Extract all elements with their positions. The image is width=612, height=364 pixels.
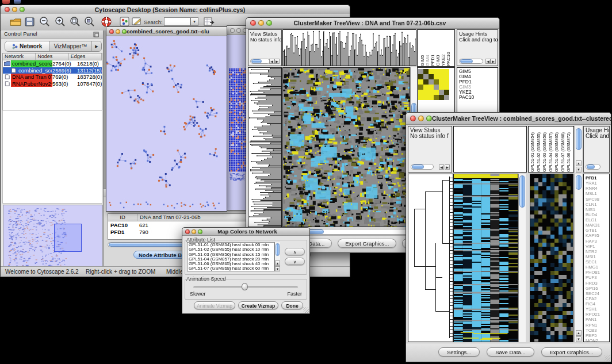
tv2-heatmap-vscrollbar[interactable] bbox=[518, 174, 526, 342]
scroll-right-arrow[interactable]: ▶ bbox=[445, 164, 450, 170]
create-vizmap-button[interactable]: Create Vizmap bbox=[238, 301, 278, 309]
scroll-thumb[interactable] bbox=[576, 128, 582, 150]
network-table-row[interactable]: combined_sco 2569(6) 13112(15) bbox=[3, 67, 102, 74]
network-table-row[interactable]: combined_scores_ 2764(0) 16218(0) bbox=[3, 60, 102, 67]
gene-label[interactable]: HAP3 bbox=[586, 239, 609, 244]
gene-label[interactable]: YSH1 bbox=[586, 306, 609, 312]
scroll-thumb[interactable] bbox=[519, 175, 525, 208]
resize-grip[interactable] bbox=[605, 355, 610, 361]
scroll-left-arrow[interactable]: ◀ bbox=[439, 164, 444, 170]
scroll-down-arrow[interactable]: ▼ bbox=[275, 266, 280, 271]
gene-label[interactable]: FIG4 bbox=[586, 301, 609, 306]
tab-vizmapper[interactable]: VizMapper™ bbox=[49, 41, 92, 51]
gene-label[interactable]: PFD1 bbox=[586, 175, 609, 181]
scroll-right-arrow[interactable]: ▶ bbox=[274, 59, 280, 64]
minimize-button[interactable] bbox=[12, 7, 17, 12]
column-label[interactable]: GPL51-08 (GSM872) bbox=[566, 127, 572, 172]
search-dropdown-button[interactable]: ▾ bbox=[190, 17, 198, 26]
zoom-window-button[interactable] bbox=[266, 20, 272, 26]
done-button[interactable]: Done bbox=[281, 301, 303, 309]
animate-vizmap-button[interactable]: Animate Vizmap bbox=[194, 301, 235, 309]
treeview-button[interactable]: Settings... bbox=[438, 347, 480, 357]
column-label[interactable]: YKE2 bbox=[441, 30, 446, 66]
gene-label[interactable]: MAK31 bbox=[586, 223, 609, 228]
zoom-window-button[interactable] bbox=[198, 229, 202, 234]
close-button[interactable] bbox=[109, 29, 114, 34]
gene-label[interactable]: GTB1 bbox=[586, 228, 609, 233]
close-button[interactable] bbox=[185, 229, 190, 234]
scroll-thumb[interactable] bbox=[276, 243, 280, 256]
birdseye-view[interactable] bbox=[3, 205, 103, 271]
gene-label[interactable]: CPA2 bbox=[586, 296, 609, 301]
scroll-thumb[interactable] bbox=[251, 59, 262, 63]
gene-label[interactable]: RPN1 bbox=[586, 323, 609, 328]
column-label[interactable]: GIM4 bbox=[425, 30, 430, 66]
treeview-button[interactable]: Save Data... bbox=[487, 347, 534, 357]
scroll-down-arrow[interactable]: ▼ bbox=[576, 167, 582, 173]
tv2-column-dendrogram[interactable] bbox=[453, 126, 527, 173]
gene-label[interactable]: PEP5 bbox=[586, 333, 609, 338]
gene-label[interactable]: MON2 bbox=[586, 338, 609, 342]
gene-label[interactable]: PUF3 bbox=[586, 275, 609, 280]
treeview-button[interactable]: Export Graphics... bbox=[541, 347, 602, 357]
zoom-out-icon[interactable] bbox=[39, 16, 51, 28]
gene-label[interactable]: NIS1 bbox=[586, 207, 609, 212]
zoom-window-button[interactable] bbox=[122, 29, 127, 34]
tab-network[interactable]: Network bbox=[5, 41, 49, 51]
resize-grip[interactable] bbox=[303, 307, 309, 313]
column-label[interactable]: GPL51-02 (GSM855) bbox=[536, 127, 542, 172]
column-label[interactable]: GPL51-03 (GSM856) bbox=[542, 127, 548, 172]
tv2-row-dendrogram[interactable] bbox=[408, 174, 453, 342]
zoom-window-button[interactable] bbox=[426, 116, 432, 121]
gene-label[interactable]: KAP95 bbox=[586, 233, 609, 238]
move-down-button[interactable]: ∨ bbox=[285, 258, 305, 265]
tv2-labels-vscrollbar[interactable]: ▲ ▼ bbox=[575, 126, 582, 173]
column-label[interactable]: GPL51-07 (GSM868) bbox=[560, 127, 567, 172]
minimize-button[interactable] bbox=[258, 20, 264, 26]
gene-label[interactable]: SEC24 bbox=[586, 291, 609, 296]
gene-label[interactable]: TCB3 bbox=[586, 328, 609, 333]
main-titlebar[interactable]: Cytoscape Desktop (Session Name: collins… bbox=[1, 5, 350, 14]
scroll-thumb[interactable] bbox=[412, 164, 424, 169]
row-label[interactable]: PAC10 bbox=[459, 95, 498, 100]
dialog-titlebar[interactable]: Map Colors to Network bbox=[182, 228, 309, 236]
id-column-header[interactable]: ID bbox=[108, 214, 137, 221]
move-up-button[interactable]: ∧ bbox=[285, 248, 305, 255]
zoom-fit-icon[interactable] bbox=[83, 16, 96, 28]
import-table-icon[interactable] bbox=[203, 16, 215, 28]
tv1-row-dendrogram[interactable] bbox=[248, 67, 282, 227]
tv2-usage-hscrollbar[interactable] bbox=[586, 164, 600, 170]
gene-label[interactable]: VIP1 bbox=[586, 244, 609, 249]
gene-label[interactable]: HMG1 bbox=[586, 265, 609, 270]
gene-label[interactable]: MSL1 bbox=[586, 191, 609, 196]
network-canvas[interactable] bbox=[106, 36, 225, 210]
close-button[interactable] bbox=[250, 20, 256, 26]
minimize-button[interactable] bbox=[192, 229, 196, 234]
gene-label[interactable]: NTR2 bbox=[586, 249, 609, 254]
tv1-usage-hscrollbar[interactable] bbox=[459, 59, 483, 64]
vizmap-icon[interactable] bbox=[120, 17, 129, 26]
treeview1-titlebar[interactable]: ClusterMaker TreeView : DNA and Tran 07-… bbox=[246, 18, 499, 29]
tv2-zoom-heatmap[interactable] bbox=[530, 174, 573, 342]
gene-label[interactable]: YRA1 bbox=[586, 181, 609, 186]
help-lifebuoy-icon[interactable] bbox=[101, 16, 113, 28]
network-table-row[interactable]: DNA and Tran 07 769(0) 183728(0) bbox=[3, 74, 102, 81]
treeview2-titlebar[interactable]: ClusterMaker TreeView : combined_scores_… bbox=[406, 113, 611, 125]
gene-label[interactable]: CLN1 bbox=[586, 202, 609, 207]
scroll-left-arrow[interactable]: ◀ bbox=[269, 59, 274, 64]
network-table-column-header[interactable]: Nodes bbox=[36, 53, 68, 60]
close-button[interactable] bbox=[410, 116, 416, 121]
gene-label[interactable]: ELG1 bbox=[586, 217, 609, 223]
close-button[interactable] bbox=[230, 28, 235, 33]
gene-label[interactable]: GPI16 bbox=[586, 286, 609, 291]
annotation-icon[interactable] bbox=[132, 17, 142, 26]
zoom-in-icon[interactable] bbox=[54, 16, 67, 28]
tv1-status-hscrollbar[interactable] bbox=[250, 59, 270, 64]
save-icon[interactable] bbox=[24, 17, 35, 27]
tv2-zoom-vscrollbar[interactable]: ▲ ▼ bbox=[575, 174, 582, 342]
tv2-global-heatmap[interactable] bbox=[453, 174, 518, 342]
open-folder-icon[interactable] bbox=[9, 17, 22, 27]
scroll-right-arrow[interactable]: ▶ bbox=[491, 59, 496, 64]
scroll-thumb[interactable] bbox=[587, 164, 595, 169]
tv1-similarity-matrix[interactable] bbox=[418, 69, 450, 100]
